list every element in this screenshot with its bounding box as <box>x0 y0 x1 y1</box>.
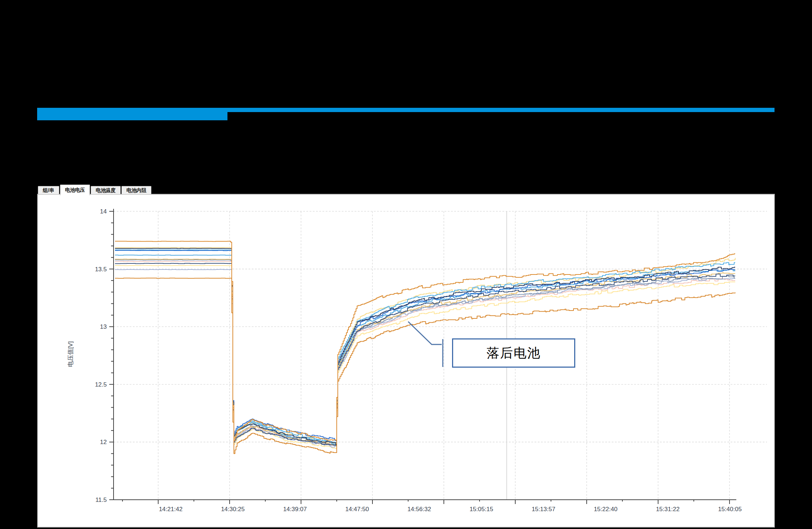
tab-battery-resistance[interactable]: 电池内阻 <box>121 186 151 194</box>
tab-group-string[interactable]: 组/串 <box>38 186 59 194</box>
battery-tab-control: 组/串电池电压电池温度电池内阻 <box>37 185 775 528</box>
annotation-box-lagging-battery[interactable]: 落后电池 <box>452 338 575 368</box>
tab-battery-voltage[interactable]: 电池电压 <box>60 185 90 195</box>
annotation-label: 落后电池 <box>487 344 541 362</box>
app-window: { "ui": { "accent_color": "#0093DC", "ta… <box>0 0 812 529</box>
accent-bar-highlight <box>37 108 227 120</box>
tab-page-voltage <box>37 194 775 528</box>
tab-battery-temperature[interactable]: 电池温度 <box>91 186 121 194</box>
tab-strip: 组/串电池电压电池温度电池内阻 <box>37 185 775 195</box>
